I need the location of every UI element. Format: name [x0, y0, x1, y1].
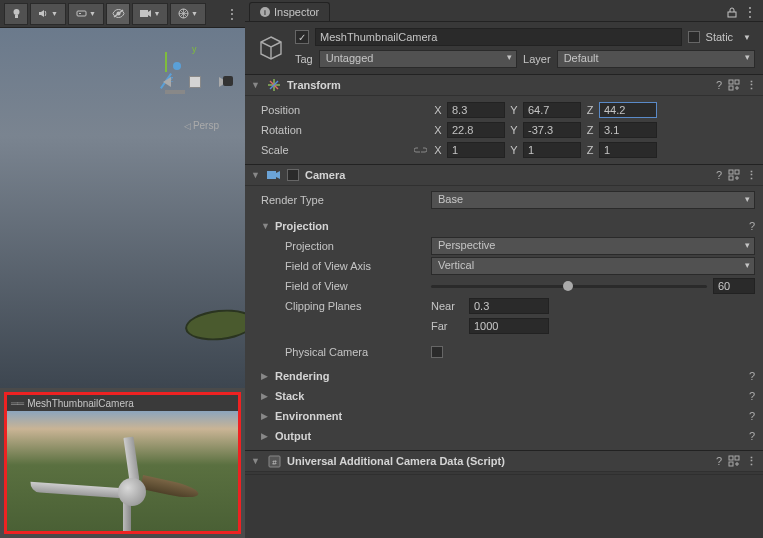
kebab-icon: ⋮ — [226, 7, 238, 21]
position-x-input[interactable] — [447, 102, 505, 118]
slider-thumb[interactable] — [563, 281, 573, 291]
rotation-y-input[interactable] — [523, 122, 581, 138]
lock-button[interactable] — [723, 3, 741, 21]
preset-button[interactable] — [728, 169, 740, 181]
rotation-z-input[interactable] — [599, 122, 657, 138]
orientation-gizmo[interactable]: y z — [165, 52, 225, 112]
stack-section-header[interactable]: ▶ Stack ? — [253, 386, 755, 406]
scale-z-input[interactable] — [599, 142, 657, 158]
lightbulb-icon — [11, 8, 22, 19]
rotation-x-input[interactable] — [447, 122, 505, 138]
svg-rect-22 — [729, 456, 733, 460]
camera-preview: ══ MeshThumbnailCamera — [4, 392, 241, 534]
camera-toggle[interactable]: ▼ — [132, 3, 168, 25]
camera-body: Render Type Base ▼ Projection ? Projecti… — [245, 186, 763, 450]
inspector-tab[interactable]: i Inspector — [249, 2, 330, 21]
object-name-input[interactable] — [315, 28, 682, 46]
physical-camera-checkbox[interactable] — [431, 346, 443, 358]
near-input[interactable] — [469, 298, 549, 314]
scene-toolbar: ▼ ▼ ▼ ▼ ⋮ — [0, 0, 245, 28]
fx-icon — [76, 8, 87, 19]
scale-x-input[interactable] — [447, 142, 505, 158]
render-type-label: Render Type — [253, 194, 429, 206]
rotation-label: Rotation — [253, 124, 429, 136]
preview-header[interactable]: ══ MeshThumbnailCamera — [7, 395, 238, 411]
component-menu-button[interactable]: ⋮ — [746, 79, 757, 92]
help-button[interactable]: ? — [749, 220, 755, 232]
position-y-input[interactable] — [523, 102, 581, 118]
svg-text:#: # — [272, 457, 277, 466]
foldout-closed-icon: ▶ — [261, 431, 271, 441]
rendering-section-header[interactable]: ▶ Rendering ? — [253, 366, 755, 386]
scene-menu-button[interactable]: ⋮ — [223, 5, 241, 23]
clipping-label: Clipping Planes — [253, 300, 429, 312]
preset-button[interactable] — [728, 79, 740, 91]
audio-toggle[interactable]: ▼ — [30, 3, 66, 25]
visibility-toggle[interactable] — [106, 3, 130, 25]
gizmo-toggle[interactable]: ▼ — [170, 3, 206, 25]
preset-icon — [728, 169, 740, 181]
fov-label: Field of View — [253, 280, 429, 292]
scene-viewport[interactable]: y z ◁Persp — [0, 28, 245, 388]
help-button[interactable]: ? — [716, 79, 722, 91]
projection-dropdown[interactable]: Perspective — [431, 237, 755, 255]
fov-value-input[interactable] — [713, 278, 755, 294]
tag-dropdown[interactable]: Untagged — [319, 50, 517, 68]
inspector-panel: i Inspector ⋮ ✓ Static ▼ Tag U — [245, 0, 763, 538]
preset-button[interactable] — [728, 455, 740, 467]
preset-icon — [728, 79, 740, 91]
inspector-tab-label: Inspector — [274, 6, 319, 18]
svg-rect-10 — [735, 80, 739, 84]
object-icon[interactable] — [253, 30, 289, 66]
help-button[interactable]: ? — [716, 455, 722, 467]
urp-data-header[interactable]: ▼ # Universal Additional Camera Data (Sc… — [245, 450, 763, 472]
scale-y-input[interactable] — [523, 142, 581, 158]
camera-icon — [140, 9, 152, 18]
projection-section-header[interactable]: ▼ Projection ? — [253, 216, 755, 236]
projection-label[interactable]: ◁Persp — [184, 120, 219, 131]
fov-slider[interactable] — [431, 285, 707, 288]
far-input[interactable] — [469, 318, 549, 334]
camera-header[interactable]: ▼ Camera ? ⋮ — [245, 164, 763, 186]
environment-section-header[interactable]: ▶ Environment ? — [253, 406, 755, 426]
foldout-closed-icon: ▶ — [261, 411, 271, 421]
active-checkbox[interactable]: ✓ — [295, 30, 309, 44]
render-type-dropdown[interactable]: Base — [431, 191, 755, 209]
camera-enabled-checkbox[interactable] — [287, 169, 299, 181]
tab-menu-button[interactable]: ⋮ — [741, 3, 759, 21]
transform-icon — [267, 78, 281, 92]
preset-icon — [728, 455, 740, 467]
help-button[interactable]: ? — [749, 430, 755, 442]
fov-axis-dropdown[interactable]: Vertical — [431, 257, 755, 275]
physical-camera-label: Physical Camera — [253, 346, 429, 358]
transform-header[interactable]: ▼ Transform ? ⋮ — [245, 74, 763, 96]
component-menu-button[interactable]: ⋮ — [746, 455, 757, 468]
foldout-closed-icon: ▶ — [261, 371, 271, 381]
component-menu-button[interactable]: ⋮ — [746, 169, 757, 182]
gizmo-icon — [178, 8, 189, 19]
svg-rect-15 — [729, 170, 733, 174]
object-header: ✓ Static ▼ Tag Untagged Layer Default — [245, 22, 763, 74]
svg-rect-14 — [267, 171, 276, 179]
preview-title: MeshThumbnailCamera — [27, 398, 134, 409]
svg-rect-3 — [79, 13, 81, 14]
constrain-icon[interactable] — [414, 145, 427, 155]
help-button[interactable]: ? — [749, 410, 755, 422]
svg-rect-1 — [15, 15, 18, 18]
info-icon: i — [260, 7, 270, 17]
help-button[interactable]: ? — [716, 169, 722, 181]
foldout-closed-icon: ▶ — [261, 391, 271, 401]
help-button[interactable]: ? — [749, 390, 755, 402]
transform-body: Position X Y Z Rotation X Y Z Scale X Y … — [245, 96, 763, 164]
layer-dropdown[interactable]: Default — [557, 50, 755, 68]
script-icon: # — [267, 454, 281, 468]
position-z-input[interactable] — [599, 102, 657, 118]
fx-toggle[interactable]: ▼ — [68, 3, 104, 25]
svg-rect-16 — [735, 170, 739, 174]
static-checkbox[interactable] — [688, 31, 700, 43]
lighting-toggle[interactable] — [4, 3, 28, 25]
foldout-open-icon: ▼ — [251, 456, 261, 466]
output-section-header[interactable]: ▶ Output ? — [253, 426, 755, 446]
static-dropdown-arrow[interactable]: ▼ — [739, 33, 755, 42]
help-button[interactable]: ? — [749, 370, 755, 382]
